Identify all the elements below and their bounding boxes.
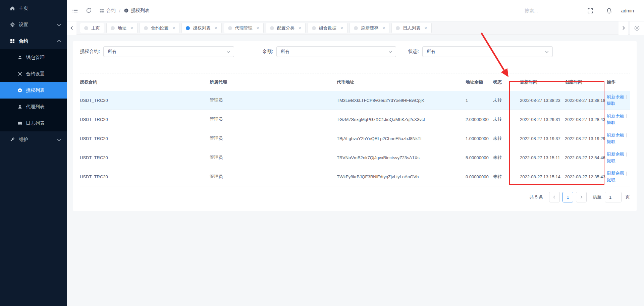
close-all-tabs-button[interactable]	[630, 21, 644, 35]
sidebar-item-label: 日志列表	[26, 120, 45, 126]
table-row[interactable]: USDT_TRC20 管理员 TGzM7SexgMqPGzXC1JioQaMhK…	[80, 110, 630, 129]
column-header-contract: 授权合约	[80, 79, 210, 85]
tab-home[interactable]: 主页	[80, 23, 104, 33]
search-input[interactable]	[525, 8, 575, 13]
refresh-balance-link[interactable]: 刷新余额	[607, 151, 624, 157]
contract-filter-select[interactable]: 所有	[103, 46, 234, 57]
refresh-balance-link[interactable]: 刷新余额	[607, 94, 624, 99]
pagination-unit-label: 页	[626, 194, 630, 200]
tab-contract-settings[interactable]: 合约设置×	[140, 23, 179, 33]
sidebar-item-label: 维护	[19, 137, 56, 143]
topbar-right: admin	[525, 7, 634, 14]
close-icon[interactable]: ×	[214, 26, 217, 30]
notifications-button[interactable]	[606, 7, 612, 14]
sidebar-item-log-list[interactable]: 日志列表	[0, 115, 67, 131]
cell-action: 刷新余额| 提取	[607, 132, 630, 145]
cell-balance: 2.00000000	[466, 117, 493, 122]
sidebar-item-agent-list[interactable]: 代理列表	[0, 99, 67, 115]
tab-agent-management[interactable]: 代理管理×	[224, 23, 264, 33]
filter-label-balance: 余额:	[262, 49, 273, 55]
refresh-button[interactable]	[86, 7, 92, 14]
breadcrumb-section[interactable]: 合约	[99, 8, 116, 14]
close-icon[interactable]: ×	[382, 26, 385, 30]
refresh-balance-link[interactable]: 刷新余额	[607, 132, 624, 137]
close-icon[interactable]: ×	[424, 26, 427, 30]
tab-dot	[111, 26, 115, 30]
pagination-next-button[interactable]	[576, 192, 587, 202]
table-row[interactable]: USDT_TRC20 管理员 TM3LivBXkLTFCP8vGeu2YdYxe…	[80, 91, 630, 110]
wrench-icon	[10, 137, 15, 142]
column-header-status: 状态	[493, 79, 520, 85]
tab-dot	[228, 26, 232, 30]
withdraw-link[interactable]: 提取	[607, 158, 615, 163]
grid-icon	[99, 8, 104, 13]
column-header-updated: 更新时间	[520, 79, 565, 85]
sidebar-item-contract[interactable]: 合约	[0, 33, 67, 49]
cell-created: 2022-08-27 12:35:43	[565, 174, 607, 179]
cell-address: TGzM7SexgMqPGzXC1JioQaMhKZq2sX3vcf	[337, 117, 466, 122]
cell-address: TWkFy8krBJQF3BNiFdtyqZjvLtyLoAnGVb	[337, 174, 466, 179]
cell-balance: 5.00000000	[466, 155, 493, 160]
close-icon[interactable]: ×	[299, 26, 301, 30]
balance-filter-select[interactable]: 所有	[276, 46, 396, 57]
sidebar-item-home[interactable]: 主页	[0, 0, 67, 16]
action-separator: |	[626, 132, 627, 137]
tab-combined-data[interactable]: 组合数据×	[308, 23, 347, 33]
sidebar-item-settings[interactable]: 设置	[0, 16, 67, 33]
sidebar-item-wallet-management[interactable]: 钱包管理	[0, 49, 67, 66]
tab-authorization-list[interactable]: 授权列表×	[181, 23, 221, 33]
tabs-scroll-left-button[interactable]	[67, 21, 76, 35]
fullscreen-button[interactable]	[587, 7, 594, 14]
tab-dot	[186, 26, 190, 30]
close-icon[interactable]: ×	[340, 26, 343, 30]
sidebar-item-contract-settings[interactable]: 合约设置	[0, 66, 67, 82]
home-icon	[10, 6, 15, 11]
action-separator: |	[626, 113, 627, 118]
cell-contract: USDT_TRC20	[80, 136, 210, 141]
cell-status: 未转	[493, 97, 520, 103]
column-header-agent: 所属代理	[210, 79, 337, 85]
sidebar-item-label: 代理列表	[26, 104, 45, 110]
refresh-balance-link[interactable]: 刷新余额	[607, 113, 624, 118]
filter-bar: 授权合约: 所有 余额: 所有 状态: 所有	[80, 41, 630, 57]
cell-agent: 管理员	[210, 155, 337, 161]
cell-created: 2022-08-27 13:19:29	[565, 136, 607, 141]
cell-contract: USDT_TRC20	[80, 174, 210, 179]
table-header: 授权合约 所属代理 代币地址 地址余额 状态 更新时间 创建时间 操作	[80, 73, 630, 91]
table-row[interactable]: USDT_TRC20 管理员 TBjALghvoY2hYnQRLp2ChneE5…	[80, 129, 630, 148]
chevron-left-icon	[70, 26, 74, 30]
tab-config-category[interactable]: 配置分类×	[266, 23, 306, 33]
tab-address[interactable]: 地址×	[106, 23, 138, 33]
gear-icon	[10, 22, 15, 27]
sidebar-contract-submenu: 钱包管理 合约设置 授权列表 代理列表 日志列表	[0, 49, 67, 131]
tab-log-list[interactable]: 日志列表×	[391, 23, 431, 33]
withdraw-link[interactable]: 提取	[607, 139, 615, 144]
cell-contract: USDT_TRC20	[80, 155, 210, 160]
tab-refresh-cache[interactable]: 刷新缓存×	[350, 23, 389, 33]
cell-address: TBjALghvoY2hYnQRLp2ChneE5azbJ8NkTt	[337, 136, 466, 141]
user-menu[interactable]: admin	[621, 8, 634, 13]
cell-status: 未转	[493, 135, 520, 141]
withdraw-link[interactable]: 提取	[607, 177, 615, 182]
pagination-prev-button[interactable]	[549, 192, 560, 202]
close-icon[interactable]: ×	[257, 26, 259, 30]
withdraw-link[interactable]: 提取	[607, 101, 615, 106]
pagination-page-1-button[interactable]: 1	[562, 192, 573, 202]
close-icon[interactable]: ×	[130, 26, 133, 30]
table-row[interactable]: USDT_TRC20 管理员 TWkFy8krBJQF3BNiFdtyqZjvL…	[80, 167, 630, 186]
refresh-balance-link[interactable]: 刷新余额	[607, 171, 624, 176]
table-row[interactable]: USDT_TRC20 管理员 TRVNaVmB2nk7QjJgvxBiectsv…	[80, 148, 630, 167]
cell-action: 刷新余额| 提取	[607, 113, 630, 126]
tabs-scroll-right-button[interactable]	[619, 21, 628, 35]
refresh-icon	[86, 7, 92, 14]
user-icon	[17, 104, 22, 109]
collapse-menu-button[interactable]	[72, 7, 78, 14]
withdraw-link[interactable]: 提取	[607, 120, 615, 125]
sidebar-item-authorization-list[interactable]: 授权列表	[0, 82, 67, 99]
pagination-total: 共 5 条	[530, 194, 543, 200]
close-icon[interactable]: ×	[172, 26, 175, 30]
pagination-jump-input[interactable]	[605, 192, 622, 202]
sidebar-item-maintenance[interactable]: 维护	[0, 131, 67, 148]
status-filter-select[interactable]: 所有	[422, 46, 553, 57]
sidebar-item-label: 合约	[19, 38, 56, 44]
